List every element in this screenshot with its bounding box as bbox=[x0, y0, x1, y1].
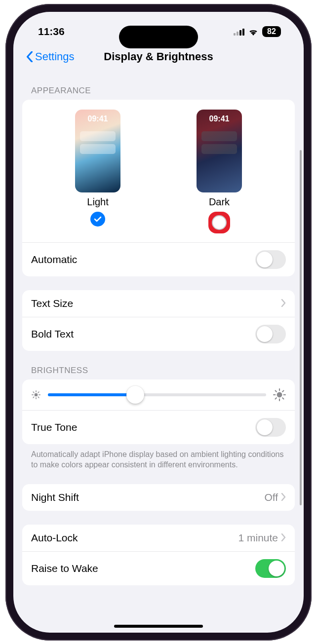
light-preview-thumb: 09:41 bbox=[75, 110, 120, 192]
night-shift-value: Off bbox=[264, 492, 278, 503]
wifi-icon bbox=[248, 28, 259, 36]
auto-lock-row[interactable]: Auto-Lock 1 minute bbox=[22, 525, 295, 551]
back-label: Settings bbox=[35, 50, 75, 63]
svg-point-0 bbox=[35, 393, 38, 396]
sun-small-icon bbox=[31, 390, 41, 400]
dark-radio-unselected[interactable] bbox=[212, 215, 227, 230]
chevron-right-icon bbox=[281, 532, 286, 544]
svg-line-6 bbox=[38, 397, 39, 398]
appearance-header: APPEARANCE bbox=[22, 71, 295, 100]
text-card: Text Size Bold Text bbox=[22, 290, 295, 351]
back-button[interactable]: Settings bbox=[26, 50, 75, 63]
svg-line-7 bbox=[33, 397, 34, 398]
svg-line-15 bbox=[282, 398, 283, 399]
svg-line-8 bbox=[38, 392, 39, 393]
status-icons: 82 bbox=[234, 26, 281, 37]
chevron-right-icon bbox=[281, 298, 286, 309]
chevron-left-icon bbox=[26, 51, 33, 62]
appearance-light-option[interactable]: 09:41 Light bbox=[75, 110, 120, 233]
dynamic-island bbox=[119, 26, 198, 48]
bold-text-row[interactable]: Bold Text bbox=[22, 317, 295, 351]
lock-card: Auto-Lock 1 minute Raise to Wake bbox=[22, 525, 295, 585]
bold-text-label: Bold Text bbox=[31, 328, 74, 340]
battery-indicator: 82 bbox=[262, 26, 281, 37]
cellular-signal-icon bbox=[234, 28, 244, 36]
svg-line-16 bbox=[276, 398, 277, 399]
brightness-card: True Tone bbox=[22, 379, 295, 444]
status-time: 11:36 bbox=[38, 26, 65, 38]
svg-line-17 bbox=[282, 390, 283, 391]
raise-to-wake-row[interactable]: Raise to Wake bbox=[22, 551, 295, 585]
night-shift-label: Night Shift bbox=[31, 492, 79, 503]
bold-text-toggle[interactable] bbox=[255, 325, 286, 343]
chevron-right-icon bbox=[281, 492, 286, 503]
dark-preview-thumb: 09:41 bbox=[197, 110, 242, 192]
night-shift-row[interactable]: Night Shift Off bbox=[22, 484, 295, 511]
home-indicator bbox=[114, 625, 203, 628]
svg-point-9 bbox=[277, 392, 282, 397]
true-tone-row[interactable]: True Tone bbox=[22, 410, 295, 444]
auto-lock-value: 1 minute bbox=[238, 532, 278, 544]
text-size-row[interactable]: Text Size bbox=[22, 290, 295, 317]
true-tone-label: True Tone bbox=[31, 421, 77, 433]
brightness-slider[interactable] bbox=[48, 393, 266, 396]
true-tone-footer: Automatically adapt iPhone display based… bbox=[22, 444, 295, 470]
dark-label: Dark bbox=[209, 196, 230, 208]
screen: 11:36 82 Settings Display & Brightness bbox=[13, 12, 304, 633]
page-title: Display & Brightness bbox=[104, 50, 213, 63]
brightness-header: BRIGHTNESS bbox=[22, 351, 295, 379]
automatic-toggle[interactable] bbox=[255, 250, 286, 269]
svg-line-5 bbox=[33, 392, 34, 393]
scroll-indicator bbox=[300, 150, 302, 505]
device-frame: 11:36 82 Settings Display & Brightness bbox=[5, 4, 312, 641]
svg-line-14 bbox=[276, 390, 277, 391]
appearance-dark-option[interactable]: 09:41 Dark bbox=[197, 110, 242, 233]
night-shift-card: Night Shift Off bbox=[22, 484, 295, 511]
annotation-highlight bbox=[208, 212, 230, 233]
raise-to-wake-label: Raise to Wake bbox=[31, 563, 98, 574]
light-radio-selected[interactable] bbox=[90, 212, 105, 227]
brightness-slider-row bbox=[22, 379, 295, 410]
automatic-row[interactable]: Automatic bbox=[22, 242, 295, 276]
checkmark-icon bbox=[94, 215, 102, 223]
settings-scroll[interactable]: APPEARANCE 09:41 Light bbox=[13, 71, 304, 633]
light-label: Light bbox=[87, 196, 108, 208]
appearance-options: 09:41 Light 09:41 bbox=[22, 100, 295, 242]
raise-to-wake-toggle[interactable] bbox=[255, 559, 286, 578]
text-size-label: Text Size bbox=[31, 298, 73, 309]
sun-large-icon bbox=[273, 388, 286, 401]
true-tone-toggle[interactable] bbox=[255, 418, 286, 437]
auto-lock-label: Auto-Lock bbox=[31, 532, 78, 544]
appearance-card: 09:41 Light 09:41 bbox=[22, 100, 295, 276]
automatic-label: Automatic bbox=[31, 254, 77, 265]
